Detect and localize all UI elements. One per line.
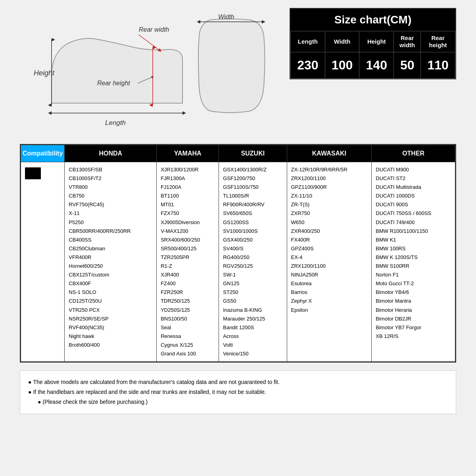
svg-text:Length: Length	[105, 119, 126, 127]
diagram-area: Height Rear height Length Rear width	[20, 8, 282, 136]
col-suzuki: SUZUKI	[219, 145, 287, 162]
compatibility-section: Compatibility HONDA YAMAHA SUZUKI KAWASA…	[20, 144, 456, 363]
honda-list: CB1300SF/SBCB1000SF/T2VTR800CB750RVF750(…	[65, 162, 157, 362]
col-rear-width: Rearwidth	[394, 31, 421, 52]
col-honda: HONDA	[65, 145, 157, 162]
yamaha-list: XJR1300/1200RFJR1300AFJ1200ABT1100MT01FZ…	[157, 162, 219, 362]
note-3: (Please check the size before purchasing…	[33, 397, 448, 407]
val-height: 140	[359, 52, 394, 79]
notes-section: The above models are calculated from the…	[20, 370, 456, 414]
size-chart: Size chart(CM) Length Width Height Rearw…	[290, 8, 456, 79]
col-rear-height: Rearheight	[421, 31, 455, 52]
compatibility-table: Compatibility HONDA YAMAHA SUZUKI KAWASA…	[21, 145, 455, 362]
size-chart-title: Size chart(CM)	[290, 9, 455, 31]
note-1: The above models are calculated from the…	[28, 377, 448, 387]
product-image-placeholder	[25, 167, 41, 179]
size-chart-table: Length Width Height Rearwidth Rearheight…	[290, 31, 455, 79]
col-yamaha: YAMAHA	[157, 145, 219, 162]
val-length: 230	[291, 52, 325, 79]
kawasaki-list: ZX-12R/10R/9R/6RR/5RZRX1200/1100GPZ1100/…	[287, 162, 372, 362]
compat-label: Compatibility	[21, 145, 65, 162]
val-rear-height: 110	[421, 52, 455, 79]
col-height: Height	[359, 31, 394, 52]
svg-text:Rear height: Rear height	[97, 80, 130, 86]
val-width: 100	[325, 52, 359, 79]
col-width: Width	[325, 31, 359, 52]
suzuki-list: GSX1400/1300R/ZGSF1200/750GSF1100S/750TL…	[219, 162, 287, 362]
col-other: OTHER	[372, 145, 455, 162]
top-section: Height Rear height Length Rear width	[20, 8, 456, 136]
col-length: Length	[291, 31, 325, 52]
val-rear-width: 50	[394, 52, 421, 79]
compat-row: CB1300SF/SBCB1000SF/T2VTR800CB750RVF750(…	[21, 162, 455, 362]
other-list: DUCATI M900DUCATI ST2DUCATI MultistradaD…	[372, 162, 455, 362]
note-2: If the handlebars are replaced and the s…	[28, 387, 448, 397]
col-kawasaki: KAWASAKI	[287, 145, 372, 162]
svg-text:Rear width: Rear width	[139, 26, 169, 33]
svg-text:Height: Height	[34, 69, 55, 77]
main-container: Height Rear height Length Rear width	[20, 0, 456, 422]
svg-line-8	[139, 35, 159, 50]
svg-text:Width: Width	[218, 13, 234, 20]
compat-icon-cell	[21, 162, 65, 362]
